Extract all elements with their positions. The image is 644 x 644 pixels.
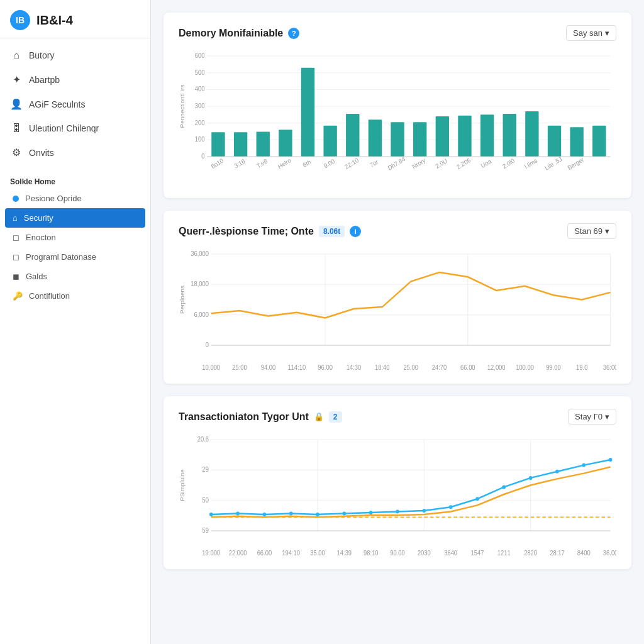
sidebar-section-title: Solkle Home bbox=[0, 170, 150, 189]
svg-text:36.00: 36.00 bbox=[603, 550, 616, 557]
svg-text:2820: 2820 bbox=[524, 550, 537, 557]
chart-title-1: Demory Monifainiable bbox=[179, 28, 283, 39]
sidebar-item-contiflution[interactable]: 🔑Contiflution bbox=[0, 286, 150, 306]
svg-rect-29 bbox=[369, 119, 382, 157]
svg-text:100: 100 bbox=[195, 136, 205, 143]
chart-title-2: Querr-.lèspionse Time; Onte bbox=[179, 226, 314, 237]
sub-nav: Pesione Opride⌂Security◻Enocton◻Programl… bbox=[0, 189, 150, 306]
svg-point-99 bbox=[396, 510, 399, 514]
svg-text:0: 0 bbox=[201, 153, 205, 160]
sidebar-item-agif-seculnts[interactable]: 👤AGiF Seculnts bbox=[0, 92, 150, 116]
svg-text:6o10: 6o10 bbox=[210, 157, 225, 170]
svg-text:36,000: 36,000 bbox=[191, 250, 209, 257]
svg-text:114:10: 114:10 bbox=[287, 364, 306, 371]
svg-text:2.Z06: 2.Z06 bbox=[455, 157, 472, 171]
svg-text:96.00: 96.00 bbox=[318, 364, 333, 371]
svg-point-92 bbox=[209, 513, 213, 516]
svg-rect-21 bbox=[279, 130, 292, 157]
chart-dropdown-3[interactable]: Stay Г0 ▾ bbox=[568, 409, 616, 425]
chart-dropdown-1[interactable]: Say san ▾ bbox=[566, 25, 616, 41]
bar-chart-svg: 0100200300400500600Pennectiontl Irs6o103… bbox=[179, 50, 616, 188]
sidebar-item-galds[interactable]: ◼Galds bbox=[0, 267, 150, 286]
svg-text:59: 59 bbox=[203, 527, 209, 534]
svg-point-103 bbox=[502, 485, 506, 489]
svg-text:25:00: 25:00 bbox=[232, 364, 247, 371]
svg-text:19:000: 19:000 bbox=[202, 550, 220, 557]
svg-point-102 bbox=[475, 497, 479, 501]
svg-rect-31 bbox=[391, 122, 404, 157]
sidebar-item-abartpb[interactable]: ✦Abartpb bbox=[0, 67, 150, 92]
chart-card-3: Transactioniaton Tygor Unt 🔒 2 Stay Г0 ▾… bbox=[164, 396, 631, 569]
nav-label-contiflution: Contiflution bbox=[29, 291, 70, 301]
nav-icon-butory: ⌂ bbox=[10, 50, 23, 61]
chart-info-icon-1[interactable]: ? bbox=[288, 28, 299, 39]
svg-text:25.00: 25.00 bbox=[403, 364, 418, 371]
nav-icon-uleution-chilenqr: 🎛 bbox=[10, 123, 23, 134]
svg-text:l.lims: l.lims bbox=[523, 157, 538, 170]
nav-label-agif-seculnts: AGiF Seculnts bbox=[29, 99, 85, 109]
svg-rect-25 bbox=[323, 126, 336, 157]
svg-text:98:10: 98:10 bbox=[364, 550, 379, 557]
line-chart-3-container: 59502920.6PSimpluine19:00022:00066.00194… bbox=[179, 433, 616, 559]
svg-point-101 bbox=[449, 505, 453, 509]
svg-rect-45 bbox=[548, 126, 561, 157]
svg-text:29: 29 bbox=[203, 466, 209, 473]
svg-point-107 bbox=[609, 458, 613, 462]
svg-point-105 bbox=[555, 470, 559, 474]
svg-text:66.00: 66.00 bbox=[460, 364, 475, 371]
svg-text:400: 400 bbox=[195, 86, 205, 92]
svg-text:94.00: 94.00 bbox=[261, 364, 276, 371]
chart-title-3: Transactioniaton Tygor Unt bbox=[179, 411, 309, 423]
sidebar-item-uleution-chilenqr[interactable]: 🎛Uleution! Chilenqr bbox=[0, 116, 150, 140]
sidebar-item-pesione-opride[interactable]: Pesione Opride bbox=[0, 189, 150, 208]
svg-rect-49 bbox=[592, 126, 606, 157]
chart-header-2: Querr-.lèspionse Time; Onte 8.06t i Stan… bbox=[179, 223, 616, 239]
chart-title-area-3: Transactioniaton Tygor Unt 🔒 2 bbox=[179, 411, 342, 423]
nav-icon-onvits: ⚙ bbox=[10, 147, 23, 158]
chart-card-2: Querr-.lèspionse Time; Onte 8.06t i Stan… bbox=[164, 211, 631, 384]
sidebar: IB IB&I-4 ⌂Butory✦Abartpb👤AGiF Seculnts🎛… bbox=[0, 0, 151, 644]
svg-text:Nrory: Nrory bbox=[411, 157, 426, 170]
nav-icon-enocton: ◻ bbox=[13, 233, 19, 242]
svg-rect-43 bbox=[525, 111, 538, 157]
svg-rect-47 bbox=[570, 127, 583, 157]
svg-rect-23 bbox=[301, 68, 314, 157]
nav-label-abartpb: Abartpb bbox=[29, 75, 60, 85]
sidebar-item-security[interactable]: ⌂Security bbox=[5, 208, 145, 228]
svg-text:14:30: 14:30 bbox=[347, 364, 362, 371]
svg-text:Lile .5J: Lile .5J bbox=[543, 155, 563, 172]
svg-text:66.00: 66.00 bbox=[257, 550, 272, 557]
svg-text:1211: 1211 bbox=[497, 550, 511, 557]
top-nav: ⌂Butory✦Abartpb👤AGiF Seculnts🎛Uleution! … bbox=[0, 38, 150, 170]
svg-text:22:000: 22:000 bbox=[229, 550, 247, 557]
nav-label-pesione-opride: Pesione Opride bbox=[25, 194, 82, 203]
svg-text:20.6: 20.6 bbox=[197, 436, 209, 443]
nav-icon-agif-seculnts: 👤 bbox=[10, 98, 23, 110]
chart-title-area-1: Demory Monifainiable ? bbox=[179, 28, 299, 39]
nav-icon-programl-datonase: ◻ bbox=[13, 252, 19, 262]
svg-text:12,000: 12,000 bbox=[487, 364, 506, 371]
lock-icon-3: 🔒 bbox=[314, 412, 324, 421]
nav-label-enocton: Enocton bbox=[26, 233, 56, 242]
sidebar-item-enocton[interactable]: ◻Enocton bbox=[0, 228, 150, 247]
svg-point-97 bbox=[343, 511, 347, 515]
svg-text:Perploens: Perploens bbox=[179, 286, 186, 314]
svg-text:6,000: 6,000 bbox=[194, 311, 209, 318]
chart-info-icon-2[interactable]: i bbox=[350, 226, 361, 237]
sidebar-item-programl-datonase[interactable]: ◻Programl Datonase bbox=[0, 247, 150, 267]
svg-rect-37 bbox=[458, 116, 471, 157]
svg-text:Pennectiontl Irs: Pennectiontl Irs bbox=[179, 84, 186, 128]
logo-icon: IB bbox=[10, 10, 30, 30]
svg-text:18,000: 18,000 bbox=[191, 280, 209, 287]
sidebar-item-butory[interactable]: ⌂Butory bbox=[0, 43, 150, 67]
nav-label-onvits: Onvits bbox=[29, 148, 54, 158]
chart-dropdown-2[interactable]: Stan 69 ▾ bbox=[567, 223, 616, 239]
svg-point-96 bbox=[316, 513, 319, 516]
chart-header-3: Transactioniaton Tygor Unt 🔒 2 Stay Г0 ▾ bbox=[179, 409, 616, 425]
bar-chart-container: 0100200300400500600Pennectiontl Irs6o103… bbox=[179, 50, 616, 188]
logo-text: IB&I-4 bbox=[36, 13, 73, 28]
sidebar-item-onvits[interactable]: ⚙Onvits bbox=[0, 140, 150, 165]
nav-label-galds: Galds bbox=[26, 272, 47, 281]
svg-point-94 bbox=[263, 513, 267, 516]
svg-text:2.0U: 2.0U bbox=[434, 157, 448, 170]
